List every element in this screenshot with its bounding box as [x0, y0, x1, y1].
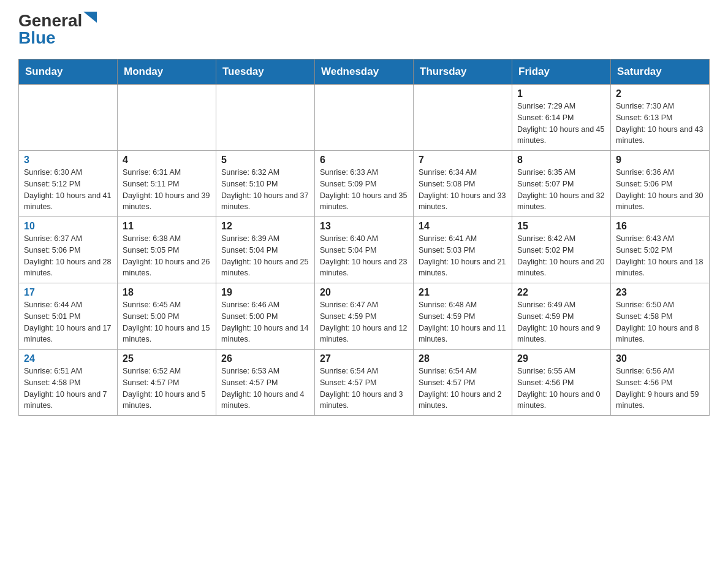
- day-header-tuesday: Tuesday: [216, 59, 315, 85]
- day-info: Sunrise: 6:37 AMSunset: 5:06 PMDaylight:…: [24, 233, 112, 279]
- day-info: Sunrise: 6:40 AMSunset: 5:04 PMDaylight:…: [320, 233, 408, 279]
- day-number: 7: [419, 155, 507, 166]
- day-number: 27: [320, 353, 408, 364]
- calendar-cell: 25Sunrise: 6:52 AMSunset: 4:57 PMDayligh…: [118, 350, 216, 416]
- day-number: 29: [517, 353, 605, 364]
- day-number: 23: [616, 287, 704, 298]
- calendar-cell: 27Sunrise: 6:54 AMSunset: 4:57 PMDayligh…: [315, 350, 414, 416]
- calendar-cell: 29Sunrise: 6:55 AMSunset: 4:56 PMDayligh…: [512, 350, 611, 416]
- day-info: Sunrise: 6:39 AMSunset: 5:04 PMDaylight:…: [221, 233, 309, 279]
- calendar-cell: 6Sunrise: 6:33 AMSunset: 5:09 PMDaylight…: [315, 151, 414, 217]
- day-number: 12: [221, 221, 309, 232]
- calendar-cell: 4Sunrise: 6:31 AMSunset: 5:11 PMDaylight…: [118, 151, 216, 217]
- calendar-cell: 26Sunrise: 6:53 AMSunset: 4:57 PMDayligh…: [216, 350, 315, 416]
- day-number: 4: [123, 155, 211, 166]
- day-header-monday: Monday: [118, 59, 216, 85]
- day-header-thursday: Thursday: [414, 59, 512, 85]
- day-header-saturday: Saturday: [611, 59, 710, 85]
- calendar-table: SundayMondayTuesdayWednesdayThursdayFrid…: [18, 59, 710, 416]
- calendar-cell: 28Sunrise: 6:54 AMSunset: 4:57 PMDayligh…: [414, 350, 512, 416]
- day-info: Sunrise: 6:54 AMSunset: 4:57 PMDaylight:…: [320, 366, 408, 412]
- calendar-header-row: SundayMondayTuesdayWednesdayThursdayFrid…: [19, 59, 710, 85]
- day-header-sunday: Sunday: [19, 59, 118, 85]
- calendar-cell: [414, 85, 512, 151]
- day-info: Sunrise: 6:34 AMSunset: 5:08 PMDaylight:…: [419, 167, 507, 213]
- calendar-cell: 2Sunrise: 7:30 AMSunset: 6:13 PMDaylight…: [611, 85, 710, 151]
- day-info: Sunrise: 6:42 AMSunset: 5:02 PMDaylight:…: [517, 233, 605, 279]
- day-number: 17: [24, 287, 112, 298]
- day-info: Sunrise: 6:52 AMSunset: 4:57 PMDaylight:…: [123, 366, 211, 412]
- calendar-cell: 30Sunrise: 6:56 AMSunset: 4:56 PMDayligh…: [611, 350, 710, 416]
- day-number: 19: [221, 287, 309, 298]
- day-info: Sunrise: 6:54 AMSunset: 4:57 PMDaylight:…: [419, 366, 507, 412]
- calendar-cell: [315, 85, 414, 151]
- calendar-week-4: 17Sunrise: 6:44 AMSunset: 5:01 PMDayligh…: [19, 283, 710, 350]
- calendar-week-1: 1Sunrise: 7:29 AMSunset: 6:14 PMDaylight…: [19, 85, 710, 151]
- day-number: 26: [221, 353, 309, 364]
- day-number: 5: [221, 155, 309, 166]
- day-info: Sunrise: 6:38 AMSunset: 5:05 PMDaylight:…: [123, 233, 211, 279]
- calendar-cell: 16Sunrise: 6:43 AMSunset: 5:02 PMDayligh…: [611, 217, 710, 283]
- calendar-cell: 5Sunrise: 6:32 AMSunset: 5:10 PMDaylight…: [216, 151, 315, 217]
- calendar-cell: 11Sunrise: 6:38 AMSunset: 5:05 PMDayligh…: [118, 217, 216, 283]
- calendar-cell: 15Sunrise: 6:42 AMSunset: 5:02 PMDayligh…: [512, 217, 611, 283]
- day-info: Sunrise: 6:30 AMSunset: 5:12 PMDaylight:…: [24, 167, 112, 213]
- logo: General Blue: [18, 12, 97, 47]
- day-info: Sunrise: 6:49 AMSunset: 4:59 PMDaylight:…: [517, 299, 605, 345]
- calendar-cell: [118, 85, 216, 151]
- day-number: 22: [517, 287, 605, 298]
- day-info: Sunrise: 6:48 AMSunset: 4:59 PMDaylight:…: [419, 299, 507, 345]
- day-number: 30: [616, 353, 704, 364]
- day-number: 13: [320, 221, 408, 232]
- day-number: 16: [616, 221, 704, 232]
- day-number: 2: [616, 88, 704, 99]
- day-number: 6: [320, 155, 408, 166]
- calendar-week-2: 3Sunrise: 6:30 AMSunset: 5:12 PMDaylight…: [19, 151, 710, 217]
- day-info: Sunrise: 6:55 AMSunset: 4:56 PMDaylight:…: [517, 366, 605, 412]
- day-info: Sunrise: 6:53 AMSunset: 4:57 PMDaylight:…: [221, 366, 309, 412]
- day-info: Sunrise: 6:56 AMSunset: 4:56 PMDaylight:…: [616, 366, 704, 412]
- calendar-week-3: 10Sunrise: 6:37 AMSunset: 5:06 PMDayligh…: [19, 217, 710, 283]
- calendar-cell: 3Sunrise: 6:30 AMSunset: 5:12 PMDaylight…: [19, 151, 118, 217]
- day-number: 11: [123, 221, 211, 232]
- calendar-cell: 10Sunrise: 6:37 AMSunset: 5:06 PMDayligh…: [19, 217, 118, 283]
- calendar-cell: 9Sunrise: 6:36 AMSunset: 5:06 PMDaylight…: [611, 151, 710, 217]
- calendar-cell: 7Sunrise: 6:34 AMSunset: 5:08 PMDaylight…: [414, 151, 512, 217]
- day-info: Sunrise: 6:43 AMSunset: 5:02 PMDaylight:…: [616, 233, 704, 279]
- day-info: Sunrise: 6:41 AMSunset: 5:03 PMDaylight:…: [419, 233, 507, 279]
- day-number: 24: [24, 353, 112, 364]
- calendar-cell: 14Sunrise: 6:41 AMSunset: 5:03 PMDayligh…: [414, 217, 512, 283]
- day-number: 21: [419, 287, 507, 298]
- day-header-wednesday: Wednesday: [315, 59, 414, 85]
- day-number: 25: [123, 353, 211, 364]
- day-info: Sunrise: 7:30 AMSunset: 6:13 PMDaylight:…: [616, 101, 704, 147]
- calendar-cell: 17Sunrise: 6:44 AMSunset: 5:01 PMDayligh…: [19, 283, 118, 350]
- calendar-cell: 13Sunrise: 6:40 AMSunset: 5:04 PMDayligh…: [315, 217, 414, 283]
- day-info: Sunrise: 6:36 AMSunset: 5:06 PMDaylight:…: [616, 167, 704, 213]
- calendar-cell: 1Sunrise: 7:29 AMSunset: 6:14 PMDaylight…: [512, 85, 611, 151]
- calendar-cell: 24Sunrise: 6:51 AMSunset: 4:58 PMDayligh…: [19, 350, 118, 416]
- day-info: Sunrise: 6:45 AMSunset: 5:00 PMDaylight:…: [123, 299, 211, 345]
- day-number: 3: [24, 155, 112, 166]
- day-info: Sunrise: 7:29 AMSunset: 6:14 PMDaylight:…: [517, 101, 605, 147]
- calendar-week-5: 24Sunrise: 6:51 AMSunset: 4:58 PMDayligh…: [19, 350, 710, 416]
- day-number: 9: [616, 155, 704, 166]
- day-info: Sunrise: 6:32 AMSunset: 5:10 PMDaylight:…: [221, 167, 309, 213]
- day-info: Sunrise: 6:50 AMSunset: 4:58 PMDaylight:…: [616, 299, 704, 345]
- calendar-cell: 22Sunrise: 6:49 AMSunset: 4:59 PMDayligh…: [512, 283, 611, 350]
- day-number: 1: [517, 88, 605, 99]
- calendar-cell: 18Sunrise: 6:45 AMSunset: 5:00 PMDayligh…: [118, 283, 216, 350]
- svg-marker-0: [83, 12, 97, 23]
- day-number: 18: [123, 287, 211, 298]
- day-info: Sunrise: 6:33 AMSunset: 5:09 PMDaylight:…: [320, 167, 408, 213]
- day-info: Sunrise: 6:35 AMSunset: 5:07 PMDaylight:…: [517, 167, 605, 213]
- day-info: Sunrise: 6:44 AMSunset: 5:01 PMDaylight:…: [24, 299, 112, 345]
- logo-arrow-icon: [83, 12, 97, 23]
- day-number: 10: [24, 221, 112, 232]
- calendar-cell: [216, 85, 315, 151]
- calendar-cell: 20Sunrise: 6:47 AMSunset: 4:59 PMDayligh…: [315, 283, 414, 350]
- calendar-cell: 12Sunrise: 6:39 AMSunset: 5:04 PMDayligh…: [216, 217, 315, 283]
- calendar-cell: 21Sunrise: 6:48 AMSunset: 4:59 PMDayligh…: [414, 283, 512, 350]
- calendar-cell: 8Sunrise: 6:35 AMSunset: 5:07 PMDaylight…: [512, 151, 611, 217]
- day-info: Sunrise: 6:31 AMSunset: 5:11 PMDaylight:…: [123, 167, 211, 213]
